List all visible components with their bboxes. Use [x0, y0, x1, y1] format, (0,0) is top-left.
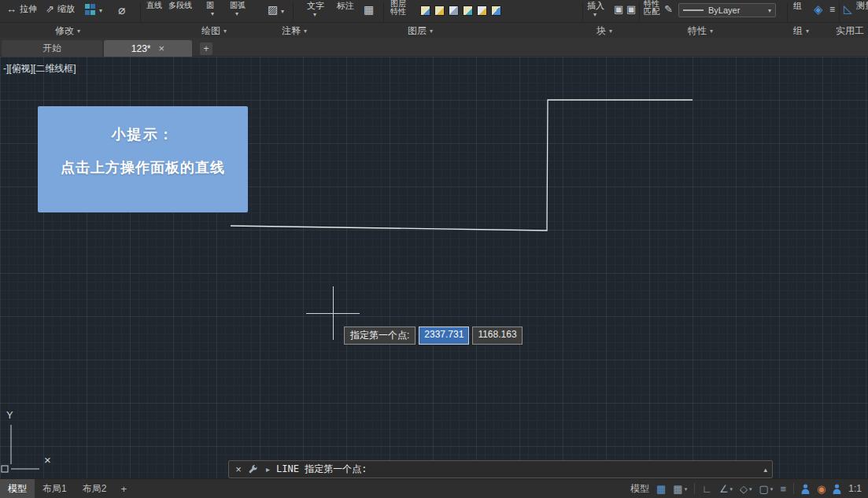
svg-text:×: × — [44, 453, 51, 467]
graphics-performance-icon[interactable]: ◉ — [817, 484, 826, 494]
command-customize-icon[interactable] — [248, 464, 258, 474]
layer-previous-icon[interactable] — [491, 6, 501, 16]
panel-groups-dropdown-icon: ▾ — [806, 28, 809, 35]
isolate-objects-icon[interactable] — [801, 484, 810, 494]
polar-tracking-toggle[interactable]: ∠▾ — [719, 484, 733, 494]
grid-toggle-icon[interactable]: ▦ — [656, 484, 666, 494]
hatch-dropdown-icon[interactable]: ▾ — [281, 8, 284, 15]
object-snap-toggle[interactable]: ▢▾ — [759, 484, 774, 494]
dynamic-input: 指定第一个点: 2337.731 1168.163 — [344, 326, 523, 345]
command-close-icon[interactable]: × — [232, 463, 245, 475]
dimension-tool-label[interactable]: 标注 — [337, 0, 354, 12]
layer-properties-button[interactable]: 图层特性 — [390, 0, 406, 16]
clean-screen-icon[interactable] — [833, 484, 841, 494]
circle-tool-label[interactable]: 圆 — [206, 0, 214, 11]
status-separator — [694, 483, 695, 494]
panel-separator — [582, 2, 583, 22]
command-history-icon[interactable]: ▴ — [763, 466, 769, 474]
match-properties-icon[interactable]: ✎ — [664, 4, 673, 14]
command-line[interactable]: × ▸ LINE 指定第一个点: ▴ — [228, 460, 773, 478]
create-block-icon[interactable]: ▣ — [614, 4, 623, 14]
panel-properties[interactable]: 特性▾ — [688, 24, 713, 38]
status-separator — [793, 483, 794, 494]
viewport-dropdown-icon[interactable]: ▾ — [99, 7, 102, 14]
hatch-icon[interactable]: ▨ — [268, 4, 278, 15]
ortho-toggle-icon[interactable]: ∟ — [702, 484, 712, 494]
line-tool-label[interactable]: 直线 — [146, 0, 162, 11]
layer-match-icon[interactable] — [477, 6, 487, 16]
drawing-area[interactable]: -][俯视][二维线框] 小提示： 点击上方操作面板的直线 指定第一个点: 23… — [0, 57, 868, 478]
group-tool-label[interactable]: 组 — [793, 0, 802, 12]
panel-separator — [839, 2, 840, 22]
command-line-text[interactable]: LINE 指定第一个点: — [276, 463, 367, 476]
panel-modify-dropdown-icon: ▾ — [77, 28, 80, 35]
stretch-button[interactable]: ↔ 拉伸 — [6, 3, 37, 15]
snap-mode-toggle[interactable]: ▦▾ — [673, 484, 687, 494]
lineweight-toggle-icon[interactable]: ≡ — [780, 484, 786, 494]
stretch-icon: ↔ — [6, 4, 17, 14]
isometric-drafting-toggle[interactable]: ◇▾ — [740, 484, 752, 494]
panel-layers[interactable]: 图层▾ — [408, 24, 433, 38]
layer-properties-label-2: 特性 — [390, 7, 406, 16]
panel-annotate[interactable]: 注释▾ — [282, 24, 307, 38]
circle-dropdown-icon[interactable]: ▾ — [211, 10, 214, 17]
annotation-scale-value: 1:1 — [848, 483, 862, 494]
isometric-icon: ◇ — [740, 484, 748, 494]
erase-icon[interactable]: ⌀ — [118, 4, 125, 16]
svg-text:Y: Y — [6, 409, 13, 421]
layer-lock-icon[interactable] — [463, 6, 473, 16]
osnap-dropdown-icon: ▾ — [770, 486, 774, 492]
color-control-dropdown[interactable]: ByLayer ▾ — [678, 3, 776, 17]
crosshair-vertical — [333, 286, 334, 340]
model-space-toggle[interactable]: 模型 — [630, 482, 649, 496]
group-manager-icon[interactable]: ≡ — [829, 5, 835, 14]
insert-dropdown-icon[interactable]: ▾ — [593, 11, 597, 18]
layer-isolate-icon[interactable] — [434, 6, 445, 16]
panel-separator — [140, 2, 141, 22]
command-prompt-chevron-icon: ▸ — [266, 465, 270, 474]
panel-modify-label: 修改 — [55, 24, 74, 38]
snap-dropdown-icon: ▾ — [685, 486, 688, 492]
viewport-config-icon[interactable] — [85, 4, 96, 15]
block-editor-icon[interactable]: ▣ — [626, 4, 636, 14]
panel-groups[interactable]: 组▾ — [793, 24, 809, 38]
panel-draw[interactable]: 绘图▾ — [201, 24, 227, 38]
layout-tab-model[interactable]: 模型 — [0, 479, 35, 498]
file-tab-bar: 开始 123* × + — [0, 38, 868, 57]
table-icon[interactable]: ▦ — [364, 4, 374, 15]
annotation-scale-control[interactable]: 1:1 — [848, 483, 862, 494]
file-tab-close-icon[interactable]: × — [159, 42, 165, 54]
file-tab-drawing[interactable]: 123* × — [104, 40, 192, 57]
text-dropdown-icon[interactable]: ▾ — [313, 11, 316, 18]
file-tab-start[interactable]: 开始 — [2, 40, 102, 57]
panel-block-dropdown-icon: ▾ — [609, 28, 612, 35]
polyline-tool-label[interactable]: 多段线 — [168, 0, 192, 11]
text-tool-label[interactable]: 文字 — [307, 0, 324, 12]
layer-off-icon[interactable] — [420, 6, 430, 16]
bylayer-value: ByLayer — [708, 6, 740, 15]
layout-tab-layout2[interactable]: 布局2 — [75, 479, 115, 498]
match-properties-label-2: 匹配 — [644, 7, 659, 16]
osnap-icon: ▢ — [759, 484, 769, 494]
group-select-icon[interactable]: ◈ — [814, 3, 823, 15]
arc-dropdown-icon[interactable]: ▾ — [235, 10, 238, 17]
measure-icon[interactable]: ◺ — [844, 3, 852, 14]
match-properties-button[interactable]: 特性匹配 — [644, 0, 659, 16]
insert-block-label[interactable]: 插入 — [587, 0, 604, 12]
dynamic-input-y-field[interactable]: 1168.163 — [472, 326, 522, 345]
polar-icon: ∠ — [719, 484, 729, 494]
measure-label[interactable]: 测量 — [856, 0, 868, 12]
isometric-dropdown-icon: ▾ — [749, 486, 752, 492]
panel-block[interactable]: 块▾ — [597, 24, 612, 38]
panel-groups-label: 组 — [793, 24, 803, 38]
new-layout-button[interactable]: + — [114, 481, 133, 496]
new-tab-button[interactable]: + — [200, 42, 212, 55]
arc-tool-label[interactable]: 圆弧 — [230, 0, 246, 11]
panel-layers-label: 图层 — [408, 24, 427, 38]
scale-button[interactable]: ⇗ 缩放 — [46, 3, 75, 15]
panel-modify[interactable]: 修改▾ — [55, 24, 80, 38]
layout-tab-layout1[interactable]: 布局1 — [35, 479, 75, 498]
panel-layers-dropdown-icon: ▾ — [430, 28, 433, 35]
layer-freeze-icon[interactable] — [449, 6, 459, 16]
dynamic-input-x-field[interactable]: 2337.731 — [419, 326, 469, 345]
